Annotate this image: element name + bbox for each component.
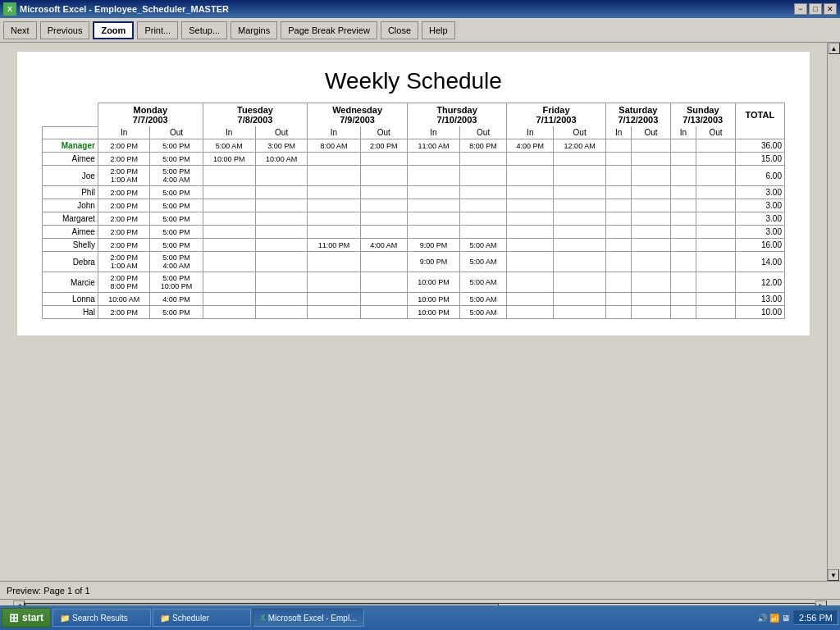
main-area: ▲ ▼ Weekly Schedule Monday 7/7/2003: [0, 43, 840, 581]
shift-in-cell: [507, 199, 554, 212]
scroll-area[interactable]: Weekly Schedule Monday 7/7/2003 Tuesday …: [0, 43, 827, 581]
shift-out-cell: [360, 186, 407, 199]
shift-in-cell: [203, 306, 255, 319]
page-break-button[interactable]: Page Break Preview: [281, 21, 377, 39]
employee-name-cell: Debra: [43, 252, 98, 272]
shift-out-cell: 3:00 PM: [255, 139, 308, 153]
shift-out-cell: [360, 199, 407, 212]
close-preview-button[interactable]: Close: [381, 21, 418, 39]
vertical-scrollbar[interactable]: ▲ ▼: [827, 43, 840, 581]
shift-in-cell: [308, 199, 360, 212]
sunday-header: Sunday 7/13/2003: [670, 103, 735, 127]
shift-in-cell: [507, 239, 554, 252]
employee-name-cell: Manager: [43, 139, 98, 153]
shift-in-cell: [407, 212, 459, 226]
table-row: Debra2:00 PM1:00 AM5:00 PM4:00 AM9:00 PM…: [43, 252, 785, 272]
shift-out-cell: [255, 272, 308, 293]
shift-out-cell: [360, 212, 407, 226]
minimize-button[interactable]: −: [794, 3, 807, 15]
taskbar-scheduler[interactable]: 📁 Scheduler: [153, 609, 251, 627]
start-label: start: [22, 612, 43, 623]
shift-out-cell: 5:00 PM: [150, 212, 203, 226]
start-button[interactable]: ⊞ start: [2, 608, 51, 628]
margins-button[interactable]: Margins: [231, 21, 277, 39]
shift-out-cell: [554, 272, 606, 293]
taskbar-item-label: Search Results: [72, 614, 128, 623]
shift-out-cell: [554, 226, 606, 239]
shift-out-cell: [696, 306, 735, 319]
shift-in-cell: [203, 199, 255, 212]
shift-out-cell: [632, 252, 670, 272]
table-row: Lonna10:00 AM4:00 PM10:00 PM5:00 AM13.00: [43, 293, 785, 306]
shift-out-cell: 4:00 AM: [360, 239, 407, 252]
shift-out-cell: [554, 252, 606, 272]
table-row: Aimee2:00 PM5:00 PM10:00 PM10:00 AM15.00: [43, 153, 785, 166]
shift-out-cell: 5:00 PM: [150, 153, 203, 166]
taskbar-excel[interactable]: X Microsoft Excel - Empl...: [253, 609, 363, 627]
zoom-button[interactable]: Zoom: [93, 21, 134, 39]
shift-out-cell: [632, 186, 670, 199]
shift-in-cell: 4:00 PM: [507, 139, 554, 153]
help-button[interactable]: Help: [422, 21, 455, 39]
shift-out-cell: [460, 212, 507, 226]
tue-out-header: Out: [255, 126, 308, 139]
shift-in-cell: [670, 239, 696, 252]
shift-out-cell: [255, 199, 308, 212]
table-row: Hal2:00 PM5:00 PM10:00 PM5:00 AM10.00: [43, 306, 785, 319]
maximize-button[interactable]: □: [809, 3, 822, 15]
previous-button[interactable]: Previous: [40, 21, 90, 39]
print-button[interactable]: Print...: [137, 21, 178, 39]
total-cell: 14.00: [735, 252, 784, 272]
scroll-up-arrow[interactable]: ▲: [829, 43, 840, 54]
shift-in-cell: 9:00 PM: [407, 252, 459, 272]
shift-in-cell: [605, 212, 631, 226]
shift-out-cell: [554, 166, 606, 186]
table-row: Joe2:00 PM1:00 AM5:00 PM4:00 AM6.00: [43, 166, 785, 186]
next-button[interactable]: Next: [3, 21, 37, 39]
total-cell: 6.00: [735, 166, 784, 186]
shift-in-cell: [407, 153, 459, 166]
employee-name-cell: Aimee: [43, 226, 98, 239]
shift-in-cell: 2:00 PM: [98, 153, 150, 166]
shift-in-cell: [203, 239, 255, 252]
shift-in-cell: [605, 239, 631, 252]
shift-in-cell: [507, 186, 554, 199]
shift-in-cell: [308, 212, 360, 226]
shift-out-cell: [460, 199, 507, 212]
shift-in-cell: [308, 252, 360, 272]
setup-button[interactable]: Setup...: [181, 21, 227, 39]
total-column-header: TOTAL: [735, 103, 784, 127]
shift-out-cell: 5:00 PM: [150, 226, 203, 239]
thu-in-header: In: [407, 126, 459, 139]
table-row: John2:00 PM5:00 PM3.00: [43, 199, 785, 212]
table-row: Shelly2:00 PM5:00 PM11:00 PM4:00 AM9:00 …: [43, 239, 785, 252]
folder-icon: 📁: [60, 614, 70, 623]
shift-in-cell: [605, 293, 631, 306]
employee-name-cell: Phil: [43, 186, 98, 199]
shift-out-cell: [632, 272, 670, 293]
shift-out-cell: 5:00 PM: [150, 186, 203, 199]
total-in-out-spacer: [735, 126, 784, 139]
total-cell: 16.00: [735, 239, 784, 252]
total-cell: 3.00: [735, 186, 784, 199]
shift-out-cell: [696, 153, 735, 166]
shift-in-cell: [507, 252, 554, 272]
clock: 2:56 PM: [793, 610, 838, 625]
shift-in-cell: 10:00 PM: [407, 293, 459, 306]
shift-out-cell: [696, 293, 735, 306]
shift-out-cell: 5:00 PM10:00 PM: [150, 272, 203, 293]
shift-in-cell: [407, 199, 459, 212]
sat-in-header: In: [605, 126, 631, 139]
shift-in-cell: [605, 166, 631, 186]
shift-in-cell: 2:00 PM1:00 AM: [98, 252, 150, 272]
window-close-button[interactable]: ✕: [824, 3, 837, 15]
shift-in-cell: 2:00 PM: [98, 306, 150, 319]
shift-out-cell: [696, 272, 735, 293]
taskbar-search-results[interactable]: 📁 Search Results: [52, 609, 151, 627]
shift-out-cell: [255, 186, 308, 199]
shift-in-cell: [670, 212, 696, 226]
scroll-down-arrow[interactable]: ▼: [828, 569, 839, 581]
shift-in-cell: 2:00 PM1:00 AM: [98, 166, 150, 186]
shift-in-cell: 9:00 PM: [407, 239, 459, 252]
shift-out-cell: 5:00 PM: [150, 239, 203, 252]
